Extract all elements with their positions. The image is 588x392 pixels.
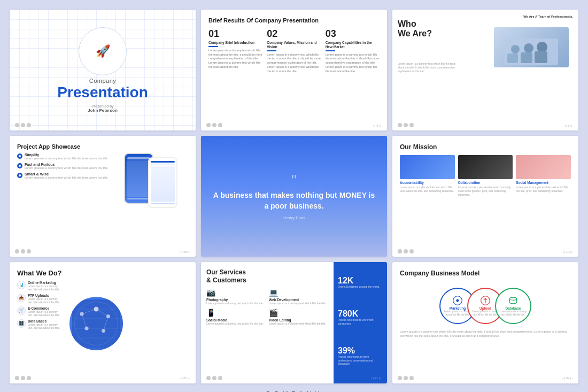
slide-business-model: Company Business Model Marketing Lorem i…: [392, 262, 578, 383]
mission-text-3: Lorem ipsum is a placeholder text which …: [516, 186, 571, 193]
slide-footer: ◁ 48 ▷: [15, 249, 190, 253]
mission-text-1: Lorem ipsum is a placeholder text which …: [400, 186, 455, 193]
result-num-3: 03: [326, 28, 380, 40]
twitter-icon: [398, 123, 402, 127]
services-left: Our Services & Customers 📷 Photography L…: [201, 262, 334, 383]
service-card-title-2: Web Development: [269, 298, 328, 302]
page-num: ◁ 8 ▷: [564, 124, 573, 127]
service-label-1: Online Marketing: [28, 281, 63, 285]
facebook-icon: [21, 123, 25, 127]
service-card-1: 📷 Photography Lorem ipsum is a dummy tex…: [206, 288, 266, 305]
logo-circle: 🚀: [79, 27, 127, 75]
service-desc-1: Lorem ipsum is a dummy text. We talk abo…: [28, 285, 63, 291]
quote-mark: ": [291, 172, 297, 188]
service-card-desc-1: Lorem ipsum is a dummy text which fills …: [206, 302, 266, 305]
stat-1: 12K Online Designers around the world.: [338, 276, 383, 289]
instagram-icon: [27, 123, 31, 127]
facebook-icon: [212, 123, 216, 127]
feature-dot-1: [17, 153, 22, 159]
result-text-2: Lorem ipsum is a dummy text which fills …: [267, 53, 321, 73]
service-desc-3: Lorem ipsum is a dummy text. We talk abo…: [28, 310, 63, 317]
app-showcase-title: Project App Showcase: [17, 143, 188, 150]
result-text-3: Lorem ipsum is a dummy text which fills …: [326, 53, 380, 73]
facebook-icon: [404, 123, 408, 127]
svg-point-3: [537, 42, 547, 52]
slide-app-showcase: Project App Showcase Simplify Lorem ipsu…: [10, 136, 196, 257]
slide-footer: [15, 123, 190, 127]
company-label: Company: [57, 78, 148, 84]
instagram-icon: [218, 123, 222, 127]
result-text-1: Lorem ipsum is a dummy text which fills …: [208, 49, 262, 69]
mission-title-3: Social Management: [516, 181, 571, 185]
footer-company: COMPANY: [266, 390, 323, 392]
presented-by: Presented by: [57, 104, 148, 108]
page-num: ◁ 21 ▷: [180, 376, 190, 380]
team-tagline: We Are A Team of Professionals.: [523, 15, 573, 18]
service-icon-1: 📊: [17, 281, 26, 289]
mission-title-1: Accountability: [400, 181, 455, 185]
mission-img-2: [458, 155, 513, 179]
slide-services-customers: Our Services & Customers 📷 Photography L…: [201, 262, 387, 383]
mission-item-2: Collaboration Lorem ipsum is a placehold…: [458, 155, 513, 197]
upload-label: Upload: [479, 306, 491, 310]
result-num-1: 01: [208, 28, 262, 40]
slide-footer: ◁ 31 ▷: [206, 376, 382, 380]
services-wrapper: Our Services & Customers 📷 Photography L…: [201, 262, 387, 383]
feature-label-3: Smart & Wise: [25, 172, 109, 176]
stat-label-2: People who need to work with companies: [338, 318, 383, 325]
result-col-3: 03 Company Capabilities in the New Marke…: [326, 28, 380, 73]
network-svg: [72, 299, 120, 348]
twitter-icon: [15, 123, 19, 127]
instagram-icon: [27, 376, 31, 380]
slide-our-mission: Our Mission Accountability Lorem ipsum i…: [392, 136, 578, 257]
slide-footer: ◁ 4 ▷: [206, 123, 382, 127]
slide-quote: " A business that makes nothing but MONE…: [201, 136, 387, 257]
result-num-2: 02: [267, 28, 321, 40]
results-columns: 01 Company Brief Introduction Lorem ipsu…: [208, 28, 380, 73]
quote-text: A business that makes nothing but MONEY …: [212, 190, 376, 211]
twitter-icon: [398, 376, 402, 380]
svg-rect-4: [507, 53, 518, 63]
svg-point-2: [524, 43, 533, 53]
service-4: 🗄️ Data Bases Lorem ipsum is a dummy tex…: [17, 319, 63, 330]
stat-2: 780K People who need to work with compan…: [338, 310, 383, 325]
feature-desc-3: Lorem ipsum is a dummy text which fills …: [25, 176, 109, 180]
service-card-desc-2: Lorem ipsum is a dummy text which fills …: [269, 302, 328, 305]
page-num: ◁ 13 ▷: [562, 250, 573, 253]
mission-text-2: Lorem ipsum is a placeholder text common…: [458, 186, 513, 197]
network-image: [67, 270, 126, 378]
who-we-are-title: WhoWe Are?: [398, 19, 432, 38]
who-lorem: Lorem ipsum is a dummy text which fills …: [398, 62, 462, 73]
service-card-icon-2: 💻: [269, 288, 328, 297]
instagram-icon: [409, 123, 414, 127]
marketing-icon: [452, 295, 463, 306]
service-desc-4: Lorem ipsum is a dummy text. We talk abo…: [28, 323, 63, 330]
service-label-4: Data Bases: [28, 319, 63, 323]
service-2: 📤 FTP Uploads Lorem ipsum is a dummy tex…: [17, 294, 63, 304]
svg-point-1: [511, 45, 520, 53]
twitter-icon: [398, 249, 402, 253]
business-model-title: Company Business Model: [400, 270, 571, 277]
facebook-icon: [404, 376, 408, 380]
mission-item-1: Accountability Lorem ipsum is a placehol…: [400, 155, 455, 197]
service-icon-3: 🛒: [17, 306, 26, 315]
page-num: ◁ 48 ▷: [180, 250, 190, 253]
service-3: 🛒 E-Commerce Lorem ipsum is a dummy text…: [17, 306, 63, 317]
service-card-3: 📱 Social Media Lorem ipsum is a dummy te…: [206, 309, 266, 326]
mission-img-3: [516, 155, 571, 179]
network-circle: [69, 297, 123, 350]
facebook-icon: [21, 376, 25, 380]
slide-footer: ◁ 39 ▷: [398, 376, 573, 380]
instagram-icon: [218, 376, 222, 380]
page-num: ◁ 31 ▷: [371, 376, 382, 380]
slide-footer: ◁ 21 ▷: [15, 376, 190, 380]
slides-grid: 🚀 Company Presentation Presented by John…: [10, 10, 578, 383]
service-card-title-4: Video Editing: [269, 318, 328, 322]
feature-label-2: Fast and Furious: [25, 163, 109, 166]
result-title-3: Company Capabilities in the New Market: [326, 41, 380, 49]
instagram-icon: [409, 376, 414, 380]
slide-footer: ◁ 13 ▷: [398, 249, 573, 253]
feature-desc-1: Lorem ipsum is a dummy text which fills …: [25, 157, 109, 161]
services-stats: 12K Online Designers around the world. 7…: [334, 262, 387, 383]
slide-who-we-are: WhoWe Are? We Are A Team of Professional…: [392, 10, 578, 130]
